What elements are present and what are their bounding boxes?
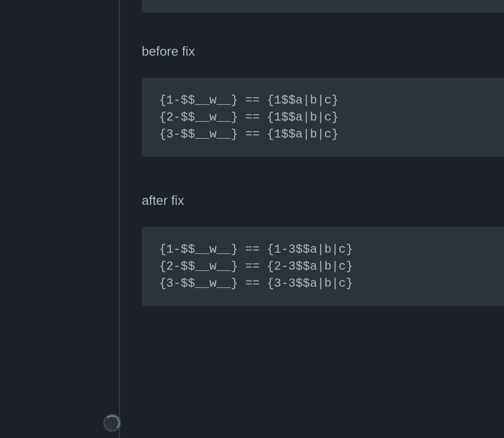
code-line: {1-$$__w__} == {1-3$$a|b|c} <box>159 241 493 258</box>
comment-container: before fix {1-$$__w__} == {1$$a|b|c} {2-… <box>0 0 504 438</box>
avatar-loading-icon <box>105 415 120 430</box>
before-fix-code-block[interactable]: {1-$$__w__} == {1$$a|b|c} {2-$$__w__} ==… <box>142 78 504 157</box>
avatar-container <box>103 414 121 432</box>
code-line: {2-$$__w__} == {1$$a|b|c} <box>159 109 493 126</box>
comment-content: before fix {1-$$__w__} == {1$$a|b|c} {2-… <box>120 0 504 438</box>
before-fix-label: before fix <box>142 44 504 59</box>
user-avatar[interactable] <box>103 414 121 432</box>
code-line: {1-$$__w__} == {1$$a|b|c} <box>159 92 493 109</box>
code-block-partial-top <box>142 0 504 13</box>
code-line: {3-$$__w__} == {1$$a|b|c} <box>159 126 493 143</box>
after-fix-code-block[interactable]: {1-$$__w__} == {1-3$$a|b|c} {2-$$__w__} … <box>142 227 504 306</box>
code-line: {3-$$__w__} == {3-3$$a|b|c} <box>159 275 493 292</box>
code-line: {2-$$__w__} == {2-3$$a|b|c} <box>159 258 493 275</box>
timeline-line <box>119 0 120 438</box>
after-fix-label: after fix <box>142 193 504 208</box>
left-gutter <box>0 0 120 438</box>
